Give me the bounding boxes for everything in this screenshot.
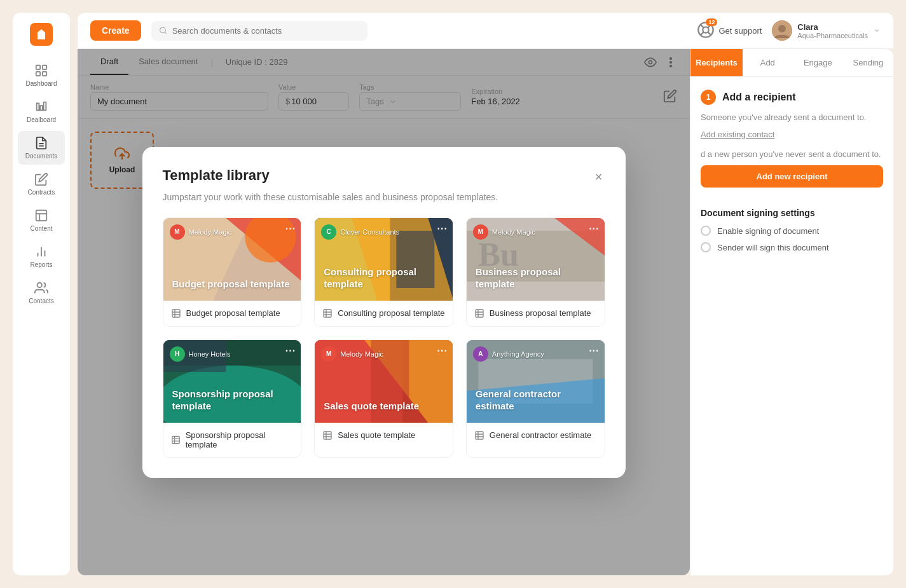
template-visual-label-contractor: General contractor estimate [476, 388, 596, 413]
svg-rect-61 [324, 432, 331, 439]
sidebar: Dashboard Dealboard Documents Contracts [13, 13, 70, 575]
template-card-business-header: Bu M Melody Magic ··· Business [467, 218, 605, 301]
tab-recipients[interactable]: Recipients [690, 49, 743, 76]
tab-engage[interactable]: Engage [793, 49, 843, 76]
modal-close-button[interactable]: × [593, 167, 605, 187]
brand-name-business: Melody Magic [492, 228, 535, 236]
template-card-sales-quote[interactable]: M Melody Magic ··· Sales quote template [314, 339, 453, 458]
svg-rect-3 [43, 72, 46, 76]
brand-icon-sponsorship: H [170, 346, 185, 362]
template-name-budget: Budget proposal template [186, 308, 280, 318]
brand-name-sales-quote: Melody Magic [340, 350, 383, 358]
sidebar-item-dealboard-label: Dealboard [27, 116, 56, 123]
template-visual-consulting: C Clover Consultants ··· Consulting prop… [315, 218, 453, 301]
sidebar-item-reports[interactable]: Reports [18, 240, 65, 273]
template-card-footer-contractor: General contractor estimate [467, 423, 605, 448]
search-bar[interactable] [151, 21, 367, 41]
card-brand-sponsorship: H Honey Hotels [170, 346, 231, 362]
template-card-footer-consulting: Consulting proposal template [315, 301, 453, 326]
brand-name-sponsorship: Honey Hotels [189, 350, 231, 358]
main-content: Create 1 [78, 13, 893, 575]
template-card-consulting-header: C Clover Consultants ··· Consulting prop… [315, 218, 453, 301]
more-options-sales-quote[interactable]: ··· [437, 345, 447, 357]
chevron-down-icon [873, 27, 881, 34]
app-logo[interactable] [30, 23, 53, 46]
sidebar-item-content-label: Content [30, 225, 52, 232]
template-card-budget-header: M Melody Magic ··· Budget proposal templ… [163, 218, 301, 301]
sidebar-item-contacts-label: Contacts [29, 297, 53, 304]
template-card-sponsorship[interactable]: H Honey Hotels ··· Sponsorship proposal … [163, 339, 302, 458]
signing-option-sender: Sender will sign this document [701, 242, 883, 252]
right-panel-content: 1 Add a recipient Someone you've already… [690, 77, 893, 575]
brand-icon-contractor: A [473, 346, 488, 362]
card-brand-business: M Melody Magic [473, 224, 535, 240]
user-name: Clara [797, 22, 868, 32]
sidebar-item-dashboard[interactable]: Dashboard [18, 58, 65, 92]
sidebar-item-dealboard[interactable]: Dealboard [18, 95, 65, 128]
desc-new: d a new person you've never sent a docum… [701, 149, 883, 159]
template-name-consulting: Consulting proposal template [338, 308, 444, 318]
search-input[interactable] [172, 26, 360, 36]
sidebar-item-contracts[interactable]: Contracts [18, 167, 65, 201]
svg-rect-53 [172, 436, 179, 443]
svg-rect-2 [36, 72, 40, 76]
template-card-footer-business: Business proposal template [467, 301, 605, 326]
radio-enable-signing[interactable] [701, 226, 711, 236]
more-options-business[interactable]: ··· [589, 223, 599, 235]
template-card-contractor[interactable]: A Anything Agency ··· General contractor… [466, 339, 605, 458]
svg-rect-29 [172, 310, 180, 317]
template-icon-budget [171, 308, 181, 318]
user-company: Aqua-Pharmaceuticals [797, 32, 868, 39]
template-visual-label-business: Business proposal template [476, 266, 596, 291]
more-options-contractor[interactable]: ··· [589, 345, 599, 357]
card-brand-budget: M Melody Magic [170, 224, 232, 240]
sidebar-item-contacts[interactable]: Contacts [18, 276, 65, 310]
tab-sending[interactable]: Sending [843, 49, 893, 76]
template-visual-label-consulting: Consulting proposal template [324, 266, 444, 291]
sidebar-item-documents-label: Documents [25, 153, 58, 160]
svg-line-15 [708, 32, 711, 35]
sidebar-item-documents[interactable]: Documents [18, 131, 65, 165]
template-visual-label-sponsorship: Sponsorship proposal template [172, 388, 292, 413]
topbar-right: 12 Get support Clara Aqua-Pharmac [697, 20, 881, 41]
template-visual-sponsorship: H Honey Hotels ··· Sponsorship proposal … [163, 340, 301, 423]
step-badge: 1 [701, 90, 716, 105]
radio-sender-signing[interactable] [701, 242, 711, 252]
user-info[interactable]: Clara Aqua-Pharmaceuticals [772, 20, 881, 41]
template-card-consulting[interactable]: C Clover Consultants ··· Consulting prop… [314, 217, 453, 327]
more-options-budget[interactable]: ··· [285, 223, 296, 235]
svg-point-11 [160, 27, 165, 33]
template-visual-label-sales-quote: Sales quote template [324, 400, 444, 413]
template-card-footer-sponsorship: Sponsorship proposal template [163, 423, 301, 457]
svg-rect-6 [36, 210, 47, 221]
notification-badge: 12 [706, 18, 717, 26]
add-existing-contact-link[interactable]: Add existing contact [701, 130, 883, 139]
template-icon-contractor [474, 430, 484, 441]
document-area: Draft Sales document | Unique ID : 2829 [78, 49, 690, 575]
tab-add[interactable]: Add [743, 49, 793, 76]
sidebar-item-content[interactable]: Content [18, 203, 65, 237]
card-brand-consulting: C Clover Consultants [321, 224, 399, 240]
user-details: Clara Aqua-Pharmaceuticals [797, 22, 868, 39]
add-new-recipient-button[interactable]: Add new recipient [701, 165, 883, 188]
template-card-budget[interactable]: M Melody Magic ··· Budget proposal templ… [163, 217, 302, 327]
brand-name-consulting: Clover Consultants [340, 228, 399, 236]
desc-existing: Someone you've already sent a document t… [701, 113, 883, 122]
template-icon-consulting [322, 308, 333, 318]
svg-point-13 [703, 27, 709, 32]
more-options-sponsorship[interactable]: ··· [285, 345, 296, 357]
svg-rect-0 [36, 65, 40, 69]
more-options-consulting[interactable]: ··· [437, 223, 447, 235]
template-card-footer-budget: Budget proposal template [163, 301, 301, 326]
signing-option-enable: Enable signing of document [701, 226, 883, 236]
support-button[interactable]: 12 Get support [697, 21, 762, 41]
create-button[interactable]: Create [90, 20, 141, 41]
sidebar-item-reports-label: Reports [30, 261, 52, 268]
brand-icon-consulting: C [321, 224, 336, 240]
modal-header: Template library × [163, 167, 605, 187]
svg-rect-45 [476, 310, 483, 317]
right-panel: Recipients Add Engage Sending 1 Add a re… [690, 49, 893, 575]
template-card-business[interactable]: Bu M Melody Magic ··· Business [466, 217, 605, 327]
template-visual-budget: M Melody Magic ··· Budget proposal templ… [163, 218, 301, 301]
svg-point-10 [38, 283, 42, 287]
